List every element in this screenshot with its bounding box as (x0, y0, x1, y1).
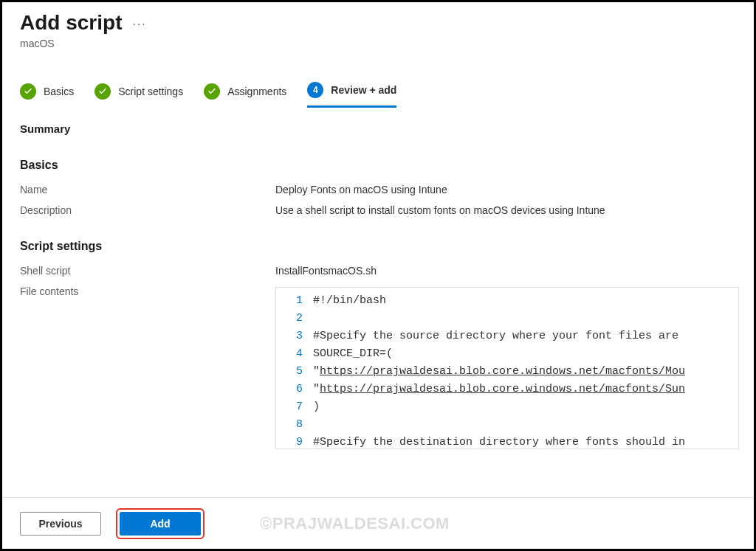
tab-basics[interactable]: Basics (20, 83, 74, 107)
code-gutter: 123456789 (276, 288, 313, 448)
watermark-text: ©PRAJWALDESAI.COM (260, 514, 450, 533)
summary-heading: Summary (20, 122, 739, 135)
wizard-tabs: Basics Script settings Assignments 4 Rev… (20, 82, 739, 108)
previous-button[interactable]: Previous (20, 512, 101, 536)
tab-label: Script settings (118, 86, 183, 97)
script-row-shell: Shell script InstallFontsmacOS.sh (20, 265, 739, 277)
basics-row-name: Name Deploy Fonts on macOS using Intune (20, 184, 739, 195)
basics-row-description: Description Use a shell script to instal… (20, 204, 739, 216)
script-settings-heading: Script settings (20, 240, 739, 253)
label-file-contents: File contents (20, 285, 275, 297)
script-row-file-contents: File contents 123456789 #!/bin/bash#Spec… (20, 285, 739, 449)
value-name: Deploy Fonts on macOS using Intune (275, 184, 739, 195)
label-description: Description (20, 204, 275, 216)
page-subtitle: macOS (20, 38, 739, 49)
check-icon (20, 83, 36, 100)
basics-heading: Basics (20, 159, 739, 172)
tab-label: Review + add (331, 84, 396, 96)
check-icon (204, 83, 220, 100)
value-shell-script: InstallFontsmacOS.sh (275, 265, 739, 277)
value-description: Use a shell script to install custom fon… (275, 204, 739, 216)
step-number-icon: 4 (307, 82, 323, 98)
more-actions-icon[interactable]: ··· (132, 18, 146, 31)
tab-label: Assignments (227, 86, 286, 97)
tab-label: Basics (44, 86, 74, 97)
wizard-footer: Previous Add ©PRAJWALDESAI.COM (2, 497, 754, 549)
code-viewer[interactable]: 123456789 #!/bin/bash#Specify the source… (275, 287, 739, 449)
tab-assignments[interactable]: Assignments (204, 83, 286, 107)
add-button-highlight: Add (116, 508, 205, 539)
tab-script-settings[interactable]: Script settings (94, 83, 183, 107)
check-icon (94, 83, 111, 100)
tab-review-add[interactable]: 4 Review + add (307, 82, 396, 108)
label-shell-script: Shell script (20, 265, 275, 277)
add-button[interactable]: Add (120, 512, 201, 536)
page-title: Add script (20, 11, 122, 35)
label-name: Name (20, 184, 275, 195)
code-lines: #!/bin/bash#Specify the source directory… (313, 288, 738, 448)
